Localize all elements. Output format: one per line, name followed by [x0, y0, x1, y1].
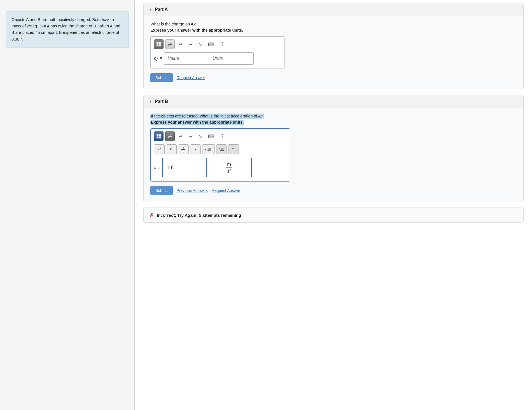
part-b-keyboard-button[interactable]: ⌨ — [206, 131, 217, 141]
part-b-section: ▼ Part B If the objects are released, wh… — [143, 95, 524, 202]
superscript-icon: xa — [158, 147, 161, 152]
left-panel: Objects A and B are both positively char… — [0, 0, 134, 410]
part-a-undo-button[interactable]: ↩ — [176, 39, 185, 49]
part-b-previous-answers-button[interactable]: Previous Answers — [177, 188, 208, 193]
part-a-request-answer-button[interactable]: Request Answer — [177, 76, 205, 80]
part-b-body: If the objects are released, what is the… — [144, 108, 523, 202]
grid-icon-b — [157, 134, 161, 138]
mu-label: μÅ — [168, 43, 172, 46]
incorrect-text: Incorrect; Try Again; 5 attempts remaini… — [157, 213, 241, 218]
part-b-header: ▼ Part B — [144, 95, 523, 108]
undo-icon: ↩ — [179, 42, 182, 47]
part-b-superscript-button[interactable]: xa — [154, 144, 165, 154]
part-a-mu-button[interactable]: μÅ — [165, 39, 175, 49]
dot-icon: • — [195, 147, 196, 152]
part-a-units-input[interactable] — [209, 52, 254, 65]
part-b-refresh-button[interactable]: ↻ — [196, 131, 204, 141]
part-a-toolbar: μÅ ↩ ↪ ↻ ⌨ ? — [154, 39, 281, 49]
help-icon-b: ? — [221, 134, 224, 139]
redo-icon: ↪ — [188, 42, 192, 47]
part-b-chevron-icon[interactable]: ▼ — [149, 100, 152, 103]
incorrect-banner: ✗ Incorrect; Try Again; 5 attempts remai… — [143, 208, 524, 223]
part-b-request-answer-button[interactable]: Request Answer — [212, 188, 240, 193]
part-b-mu-button[interactable]: μÅ — [165, 131, 175, 141]
part-b-express-highlighted: Express your answer with the appropriate… — [150, 120, 244, 125]
undo-icon-b: ↩ — [179, 134, 182, 139]
part-b-answer-value[interactable]: 1.8 — [162, 158, 207, 177]
part-a-value-input[interactable] — [164, 52, 209, 65]
part-b-action-row: Submit Previous Answers Request Answer — [150, 186, 517, 195]
part-b-title: Part B — [155, 99, 168, 104]
part-b-answer-label: a = — [154, 165, 160, 170]
part-a-chevron-icon[interactable]: ▼ — [149, 8, 152, 11]
part-b-help-button[interactable]: ? — [218, 131, 226, 141]
part-a-header: ▼ Part A — [144, 3, 523, 16]
refresh-icon-b: ↻ — [198, 134, 202, 139]
redo-icon-b: ↪ — [188, 134, 192, 139]
part-a-title: Part A — [155, 7, 168, 12]
part-a-action-row: Submit Request Answer — [150, 73, 517, 82]
incorrect-icon: ✗ — [149, 212, 154, 218]
part-a-submit-button[interactable]: Submit — [150, 73, 173, 82]
part-b-backspace-button[interactable]: ⌫ — [216, 144, 227, 154]
part-b-submit-button[interactable]: Submit — [150, 186, 173, 195]
grid-icon — [157, 42, 161, 46]
part-a-keyboard-button[interactable]: ⌨ — [206, 39, 217, 49]
part-b-dot-button[interactable]: • — [190, 144, 201, 154]
part-a-input-row: qA = — [154, 52, 281, 65]
part-a-grid-button[interactable] — [154, 39, 164, 49]
scientific-icon: x·10n — [205, 147, 212, 152]
subscript-icon: xb — [170, 147, 173, 152]
backspace-icon: ⌫ — [219, 147, 224, 152]
part-b-question: If the objects are released, what is the… — [150, 114, 517, 118]
part-b-express: Express your answer with the appropriate… — [150, 120, 517, 124]
units-denominator: s2 — [227, 168, 231, 173]
keyboard-icon: ⌨ — [208, 42, 214, 47]
part-b-editor: μÅ ↩ ↪ ↻ ⌨ ? — [150, 128, 290, 182]
part-b-symbol-row: xa xb a b • — [154, 144, 287, 154]
help-icon: ? — [221, 42, 224, 47]
part-a-question: What is the charge on A? — [150, 22, 517, 26]
units-fraction: m s2 — [226, 162, 232, 174]
keyboard-icon-b: ⌨ — [208, 134, 214, 139]
part-b-answer-units[interactable]: m s2 — [207, 158, 252, 177]
fraction-icon: a b — [181, 146, 185, 153]
problem-box: Objects A and B are both positively char… — [6, 11, 129, 48]
part-a-section: ▼ Part A What is the charge on A? Expres… — [143, 3, 524, 89]
problem-text: Objects A and B are both positively char… — [11, 17, 120, 41]
part-b-arrows-button[interactable]: ⇅ — [228, 144, 239, 154]
units-numerator: m — [227, 162, 231, 167]
part-b-scientific-button[interactable]: x·10n — [202, 144, 215, 154]
fraction-line — [226, 168, 232, 168]
part-a-input-label: qA = — [154, 56, 162, 61]
part-b-grid-button[interactable] — [154, 131, 164, 141]
part-b-fraction-button[interactable]: a b — [178, 144, 189, 154]
part-b-subscript-button[interactable]: xb — [166, 144, 177, 154]
part-a-refresh-button[interactable]: ↻ — [196, 39, 204, 49]
part-b-toolbar: μÅ ↩ ↪ ↻ ⌨ ? — [154, 131, 287, 141]
part-a-express: Express your answer with the appropriate… — [150, 28, 517, 32]
right-panel: ▼ Part A What is the charge on A? Expres… — [135, 0, 532, 410]
part-b-undo-button[interactable]: ↩ — [176, 131, 185, 141]
part-a-editor: μÅ ↩ ↪ ↻ ⌨ ? — [150, 36, 285, 69]
refresh-icon: ↻ — [198, 42, 202, 47]
part-a-body: What is the charge on A? Express your an… — [144, 16, 523, 89]
mu-label-b: μÅ — [168, 135, 172, 138]
part-b-redo-button[interactable]: ↪ — [186, 131, 194, 141]
arrows-icon: ⇅ — [232, 147, 235, 151]
part-a-redo-button[interactable]: ↪ — [186, 39, 194, 49]
part-b-answer-row: a = 1.8 m s2 — [154, 158, 287, 177]
part-a-help-button[interactable]: ? — [218, 39, 226, 49]
part-b-question-highlighted: If the objects are released, what is the… — [150, 114, 264, 119]
